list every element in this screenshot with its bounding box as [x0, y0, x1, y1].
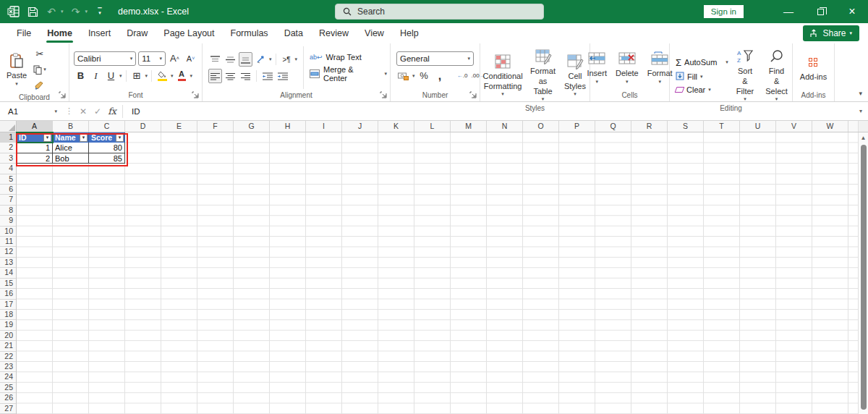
column-header-G[interactable]: G: [234, 121, 270, 132]
text-direction-icon[interactable]: >¶: [280, 52, 294, 67]
row-header-15[interactable]: 15: [0, 279, 16, 289]
borders-icon[interactable]: ⊞: [130, 69, 144, 83]
close-button[interactable]: ×: [836, 0, 868, 23]
column-header-I[interactable]: I: [306, 121, 342, 132]
align-top-icon[interactable]: [208, 52, 222, 67]
comma-style-button[interactable]: ,: [433, 69, 447, 83]
expand-formula-bar-icon[interactable]: ▾: [854, 108, 868, 114]
cell-A3[interactable]: 2: [17, 153, 53, 164]
row-header-8[interactable]: 8: [0, 206, 16, 216]
search-box[interactable]: Search: [335, 4, 544, 20]
row-header-21[interactable]: 21: [0, 341, 16, 351]
underline-dropdown-icon[interactable]: ▾: [119, 73, 122, 79]
scrollbar-thumb[interactable]: [861, 145, 867, 410]
cut-icon[interactable]: ✂: [32, 46, 48, 61]
row-header-1[interactable]: 1: [0, 132, 16, 143]
format-painter-icon[interactable]: [32, 78, 48, 93]
font-name-combobox[interactable]: Calibri▾: [74, 51, 136, 66]
row-header-11[interactable]: 11: [0, 237, 16, 247]
column-header-U[interactable]: U: [740, 121, 776, 132]
insert-function-icon[interactable]: fx: [105, 106, 119, 117]
row-header-13[interactable]: 13: [0, 258, 16, 268]
column-header-O[interactable]: O: [523, 121, 559, 132]
accounting-format-icon[interactable]: [396, 69, 410, 83]
align-bottom-icon[interactable]: [239, 52, 252, 67]
clear-button[interactable]: Clear ▾: [676, 85, 711, 94]
redo-icon[interactable]: ↷: [68, 4, 84, 20]
row-header-5[interactable]: 5: [0, 174, 16, 185]
font-color-icon[interactable]: A: [175, 69, 189, 83]
orientation-dropdown-icon[interactable]: ▾: [269, 56, 272, 62]
decrease-indent-icon[interactable]: [260, 69, 274, 83]
cancel-entry-icon[interactable]: ✕: [76, 106, 90, 117]
column-header-D[interactable]: D: [125, 121, 161, 132]
tab-formulas[interactable]: Formulas: [223, 24, 276, 43]
row-header-22[interactable]: 22: [0, 352, 16, 362]
row-header-20[interactable]: 20: [0, 331, 16, 341]
cell-C1[interactable]: Score▼: [89, 132, 125, 143]
column-header-N[interactable]: N: [487, 121, 523, 132]
number-dialog-launcher[interactable]: [469, 91, 477, 99]
column-header-Q[interactable]: Q: [595, 121, 631, 132]
name-box-resize-handle[interactable]: ⋮: [62, 106, 76, 116]
column-header-F[interactable]: F: [197, 121, 234, 132]
column-header-V[interactable]: V: [776, 121, 812, 132]
row-header-7[interactable]: 7: [0, 195, 16, 205]
tab-data[interactable]: Data: [276, 24, 311, 43]
align-right-icon[interactable]: [239, 69, 252, 83]
decrease-font-size-icon[interactable]: A˅: [184, 51, 197, 66]
sign-in-button[interactable]: Sign in: [704, 5, 744, 18]
tab-help[interactable]: Help: [392, 24, 427, 43]
tab-view[interactable]: View: [357, 24, 392, 43]
copy-icon[interactable]: ▾: [32, 62, 48, 77]
confirm-entry-icon[interactable]: ✓: [90, 106, 105, 117]
bold-button[interactable]: B: [74, 69, 88, 83]
row-header-23[interactable]: 23: [0, 362, 16, 372]
customize-quick-access-icon[interactable]: ▔▾: [92, 4, 108, 20]
row-header-25[interactable]: 25: [0, 383, 16, 393]
save-icon[interactable]: [25, 4, 41, 20]
fill-color-dropdown-icon[interactable]: ▾: [171, 73, 174, 79]
font-color-dropdown-icon[interactable]: ▾: [190, 73, 193, 79]
row-header-24[interactable]: 24: [0, 372, 16, 382]
font-size-combobox[interactable]: 11▾: [138, 51, 166, 66]
clipboard-dialog-launcher[interactable]: [59, 91, 67, 99]
row-header-12[interactable]: 12: [0, 247, 16, 257]
fill-button[interactable]: Fill ▾: [676, 70, 703, 83]
column-header-P[interactable]: P: [559, 121, 595, 132]
column-header-L[interactable]: L: [414, 121, 451, 132]
increase-indent-icon[interactable]: [276, 69, 289, 83]
percent-style-button[interactable]: %: [417, 69, 431, 83]
merge-center-button[interactable]: Merge & Center ▾: [310, 65, 387, 83]
cell-C3[interactable]: 85: [89, 153, 125, 164]
filter-dropdown-icon-B1[interactable]: ▼: [80, 134, 88, 142]
tab-home[interactable]: Home: [39, 24, 80, 43]
merge-center-dropdown-icon[interactable]: ▾: [384, 71, 387, 77]
paste-button[interactable]: Paste ▾: [3, 51, 30, 89]
column-header-W[interactable]: W: [812, 121, 848, 132]
minimize-button[interactable]: —: [773, 0, 804, 23]
borders-dropdown-icon[interactable]: ▾: [145, 73, 148, 79]
undo-icon[interactable]: ↶: [43, 4, 59, 20]
insert-cells-button[interactable]: Insert▾: [583, 48, 610, 87]
text-direction-dropdown-icon[interactable]: ▾: [295, 56, 298, 62]
tab-file[interactable]: File: [9, 24, 39, 43]
italic-button[interactable]: I: [89, 69, 103, 83]
cell-B1[interactable]: Name▼: [53, 132, 89, 143]
column-header-C[interactable]: C: [89, 121, 125, 132]
find-select-button[interactable]: Find & Select▾: [762, 46, 791, 104]
column-header-H[interactable]: H: [270, 121, 306, 132]
share-button[interactable]: Share ▾: [803, 25, 859, 41]
column-header-T[interactable]: T: [704, 121, 740, 132]
tab-insert[interactable]: Insert: [80, 24, 119, 43]
alignment-dialog-launcher[interactable]: [380, 91, 388, 99]
increase-decimal-icon[interactable]: ←.0: [456, 69, 469, 83]
column-header-J[interactable]: J: [342, 121, 378, 132]
collapse-ribbon-icon[interactable]: ▾: [859, 90, 862, 97]
column-header-K[interactable]: K: [378, 121, 414, 132]
name-box-dropdown-icon[interactable]: ▾: [54, 109, 57, 114]
row-header-2[interactable]: 2: [0, 143, 16, 153]
accounting-dropdown-icon[interactable]: ▾: [412, 73, 415, 79]
cell-A2[interactable]: 1: [17, 143, 53, 153]
row-header-17[interactable]: 17: [0, 300, 16, 310]
